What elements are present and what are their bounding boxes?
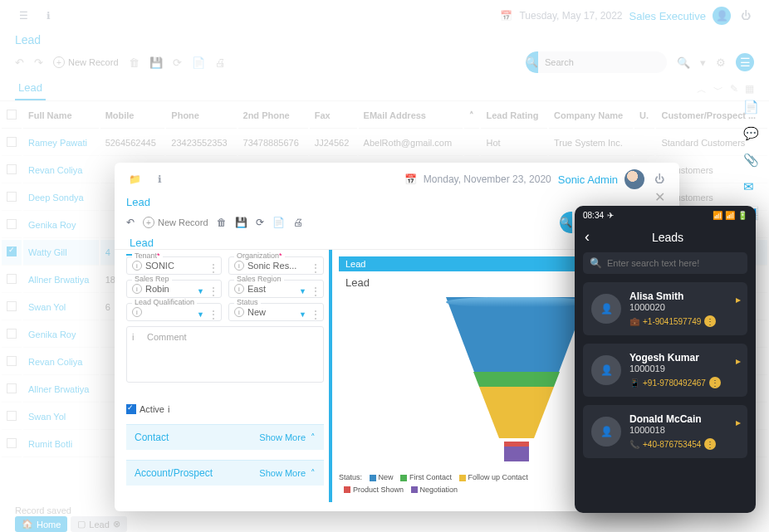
col-u[interactable]: U.	[634, 103, 654, 129]
row-checkbox[interactable]	[7, 192, 17, 202]
col-company[interactable]: Company Name	[549, 103, 633, 129]
sort-icon[interactable]: ˄	[464, 103, 479, 129]
search2-icon[interactable]: 🔍	[677, 56, 690, 69]
edit-icon[interactable]: ✎	[730, 83, 738, 97]
chevron-down-icon[interactable]: ﹀	[713, 83, 723, 97]
col-phone[interactable]: Phone	[166, 103, 236, 129]
col-rating[interactable]: Lead Rating	[481, 103, 547, 129]
mobile-search[interactable]: 🔍	[583, 252, 747, 274]
info-icon[interactable]: ℹ	[40, 7, 56, 24]
chevron-right-icon[interactable]: ▸	[736, 355, 741, 367]
sales-rep-field[interactable]: Sales Rep iRobin ▼⋮	[126, 280, 222, 298]
organization-field[interactable]: Organization* iSonic Res... ⋮	[228, 256, 324, 275]
lead-card[interactable]: 👤 Alisa Smith1000020 💼+1-9041597749 ⋮ ▸	[583, 282, 747, 335]
row-checkbox[interactable]	[7, 411, 17, 421]
active-checkbox[interactable]: Activei	[126, 404, 324, 414]
col-fullname[interactable]: Full Name	[23, 103, 99, 129]
new-record-button[interactable]: +New Record	[53, 56, 119, 68]
accordion-prospect[interactable]: Account/Prospect Show More ˄	[126, 460, 324, 486]
admin-link[interactable]: Sonic Admin	[558, 173, 618, 186]
info-icon[interactable]: ℹ	[151, 171, 168, 188]
hamburger-circle-icon[interactable]: ☰	[736, 53, 754, 71]
chevron-up-icon[interactable]: ︿	[697, 83, 707, 97]
lead-link[interactable]: Genika Roy	[28, 220, 76, 230]
col-phone2[interactable]: 2nd Phone	[238, 103, 308, 129]
lead-link[interactable]: Rumit Botli	[28, 439, 72, 449]
mobile-search-input[interactable]	[607, 258, 741, 268]
power-icon[interactable]: ⏻	[737, 7, 754, 24]
row-checkbox[interactable]	[7, 329, 17, 339]
lead-link[interactable]: Revan Coliya	[28, 357, 82, 367]
lead-link[interactable]: Revan Coliya	[28, 165, 82, 175]
row-checkbox[interactable]	[7, 274, 17, 284]
lead-link[interactable]: Ramey Pawati	[28, 138, 87, 148]
avatar[interactable]	[625, 169, 644, 189]
clip-icon[interactable]: 📎	[743, 153, 759, 168]
col-email[interactable]: EMail Address	[359, 103, 463, 129]
row-checkbox[interactable]	[7, 164, 17, 174]
row-checkbox[interactable]	[7, 356, 17, 366]
menu-icon[interactable]: ☰	[15, 7, 32, 24]
search-icon[interactable]: 🔍	[560, 212, 572, 233]
row-checkbox[interactable]	[7, 219, 17, 229]
lead-link[interactable]: Deep Sondya	[28, 193, 84, 203]
close-icon[interactable]: ✕	[654, 189, 665, 205]
filter-icon[interactable]: ▾	[700, 56, 706, 69]
trash-icon[interactable]: 🗑	[217, 217, 227, 228]
lead-link[interactable]: Swan Yol	[28, 302, 66, 312]
chevron-right-icon[interactable]: ▸	[736, 417, 741, 428]
breadcrumb-home[interactable]: 🏠 Home	[15, 516, 67, 532]
trash-icon[interactable]: 🗑	[129, 56, 140, 69]
undo-icon[interactable]: ↶	[126, 217, 135, 228]
lead-card[interactable]: 👤 Yogesh Kumar1000019 📱+91-9780492467 ⋮ …	[583, 344, 747, 397]
refresh-icon[interactable]: ⟳	[173, 56, 182, 69]
redo-icon[interactable]: ↷	[34, 56, 43, 69]
save-icon[interactable]: 💾	[235, 217, 247, 228]
col-mobile[interactable]: Mobile	[100, 103, 165, 129]
lead-link[interactable]: Allner Brwatiya	[28, 275, 89, 285]
mail-icon[interactable]: ✉	[743, 179, 759, 194]
chevron-right-icon[interactable]: ▸	[736, 294, 741, 305]
more-icon[interactable]: ⋮	[704, 315, 716, 327]
lead-link[interactable]: Swan Yol	[28, 412, 66, 422]
lead-qualification-field[interactable]: Lead Qualification i ▼⋮	[126, 303, 222, 321]
accordion-contact[interactable]: Contact Show More ˄	[126, 424, 324, 450]
search-input[interactable]	[538, 57, 666, 67]
col-fax[interactable]: Fax	[310, 103, 357, 129]
export-icon[interactable]: 📄	[192, 56, 205, 69]
user-link[interactable]: Sales Executive	[629, 10, 707, 22]
doc-icon[interactable]: 📄	[743, 100, 759, 115]
sales-region-field[interactable]: Sales Region iEast ▼⋮	[228, 280, 324, 298]
row-checkbox[interactable]	[7, 246, 17, 256]
avatar[interactable]: 👤	[713, 7, 731, 25]
power-icon[interactable]: ⏻	[651, 171, 668, 188]
row-checkbox[interactable]	[7, 383, 17, 393]
folder-icon[interactable]: 📁	[126, 171, 143, 188]
tab-lead[interactable]: Lead	[15, 76, 46, 100]
chat-icon[interactable]: 💬	[743, 126, 759, 141]
print-icon[interactable]: 🖨	[293, 217, 303, 228]
table-row[interactable]: Ramey Pawati 526456244523423552353734788…	[2, 130, 767, 156]
lead-card[interactable]: 👤 Donald McCain1000018 📞+40-876753454 ⋮ …	[583, 405, 747, 458]
lead-link[interactable]: Watty Gill	[28, 247, 67, 257]
gear-icon[interactable]: ⚙	[716, 56, 726, 69]
comment-field[interactable]: iComment	[126, 326, 324, 383]
save-icon[interactable]: 💾	[149, 56, 163, 69]
row-checkbox[interactable]	[7, 137, 17, 147]
layout-icon[interactable]: ▦	[745, 83, 754, 97]
export-icon[interactable]: 📄	[272, 217, 285, 228]
search-icon[interactable]: 🔍	[526, 51, 538, 73]
tenant-field[interactable]: Tenant* iSONIC ⋮	[126, 256, 222, 275]
status-field[interactable]: Status iNew ▼⋮	[228, 303, 324, 321]
print-icon[interactable]: 🖨	[215, 56, 226, 69]
checkbox-all[interactable]	[7, 110, 17, 120]
row-checkbox[interactable]	[7, 438, 17, 448]
more-icon[interactable]: ⋮	[709, 377, 721, 388]
more-icon[interactable]: ⋮	[704, 438, 716, 450]
row-checkbox[interactable]	[7, 301, 17, 311]
breadcrumb-lead[interactable]: ▢ Lead ⊗	[71, 516, 126, 532]
lead-link[interactable]: Genika Roy	[28, 329, 76, 339]
undo-icon[interactable]: ↶	[15, 56, 24, 69]
refresh-icon[interactable]: ⟳	[256, 217, 264, 228]
chevron-down-icon[interactable]: ⌄	[666, 56, 667, 68]
